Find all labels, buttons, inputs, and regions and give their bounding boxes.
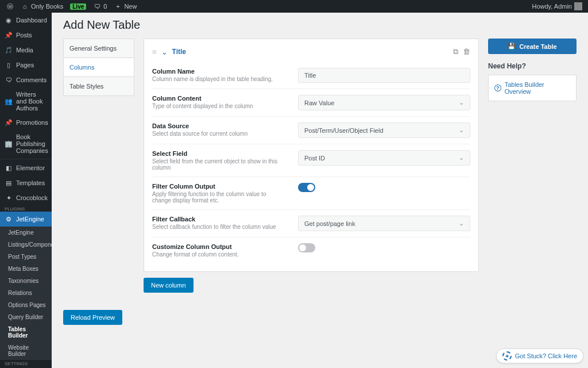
sub-meta-boxes[interactable]: Meta Boxes (0, 263, 52, 275)
plus-icon: + (114, 2, 122, 10)
jetengine-submenu: JetEngine Listings/Components Post Types… (0, 227, 52, 360)
callback-desc: Select callback function to filter the c… (152, 224, 287, 230)
save-icon: 💾 (508, 43, 516, 50)
sub-tables[interactable]: Tables Builder (0, 323, 52, 342)
data-source-label: Data Source (152, 122, 287, 129)
create-table-button[interactable]: 💾Create Table (488, 39, 577, 54)
filter-output-toggle[interactable] (298, 183, 315, 192)
menu-pages[interactable]: ▯Pages (0, 57, 52, 72)
column-name-label: Column Name (152, 68, 287, 75)
sub-post-types[interactable]: Post Types (0, 251, 52, 263)
comments-link[interactable]: 🗨0 (93, 2, 107, 10)
menu-media[interactable]: 🎵Media (0, 43, 52, 57)
wordpress-icon: ⓦ (6, 2, 14, 10)
filter-output-desc: Apply filtering function to the column v… (152, 191, 287, 204)
menu-dashboard[interactable]: ◉Dashboard (0, 13, 52, 28)
got-stuck-button[interactable]: ✦Got Stuck? Click Here (496, 348, 583, 363)
chevron-down-icon: ⌄ (459, 220, 464, 227)
settings-separator: SETTINGS (0, 360, 52, 366)
page-icon: ▯ (5, 61, 13, 69)
settings-nav: General Settings Columns Table Styles (63, 39, 134, 96)
customize-desc: Change format of column content. (152, 251, 287, 258)
sub-jetengine[interactable]: JetEngine (0, 227, 52, 239)
menu-comments[interactable]: 🗨Comments (0, 72, 52, 87)
tab-styles[interactable]: Table Styles (64, 77, 134, 95)
sub-query[interactable]: Query Builder (0, 311, 52, 323)
sub-website[interactable]: Website Builder (0, 342, 52, 360)
need-help-title: Need Help? (488, 62, 577, 70)
chevron-down-icon: ⌄ (459, 99, 464, 106)
sub-options[interactable]: Options Pages (0, 299, 52, 311)
column-content-select[interactable]: Raw Value⌄ (298, 95, 470, 110)
menu-promotions[interactable]: 📌Promotions (0, 115, 52, 130)
data-source-desc: Select data source for current column (152, 131, 287, 137)
menu-jetengine[interactable]: ⚙JetEngine (0, 212, 52, 227)
tab-columns[interactable]: Columns (64, 58, 134, 77)
help-link[interactable]: Tables Builder Overview (505, 81, 570, 95)
users-icon: 👥 (5, 97, 13, 105)
menu-elementor[interactable]: ◧Elementor (0, 160, 52, 175)
reload-preview-button[interactable]: Reload Preview (63, 310, 122, 325)
menu-publishing[interactable]: 🏢Book Publishing Companies (0, 130, 52, 158)
admin-toolbar: ⓦ ⌂Only Books Live 🗨0 +New Howdy, Admin (0, 0, 588, 13)
menu-templates[interactable]: ▤Templates (0, 175, 52, 190)
menu-writers[interactable]: 👥Writers and Book Authors (0, 87, 52, 115)
column-content-label: Column Content (152, 95, 287, 102)
customize-label: Customize Column Output (152, 243, 287, 250)
content-area: Add New Table General Settings Columns T… (52, 13, 588, 368)
select-field-desc: Select field from the current object to … (152, 158, 287, 171)
elementor-icon: ◧ (5, 164, 13, 172)
copy-icon[interactable]: ⧉ (453, 47, 458, 56)
template-icon: ▤ (5, 179, 13, 187)
column-panel: ≡ ⌄ Title ⧉ 🗑 Column Name Column name is… (144, 39, 479, 272)
filter-output-label: Filter Column Output (152, 183, 287, 190)
select-field-label: Select Field (152, 150, 287, 157)
dashboard-icon: ◉ (5, 16, 13, 24)
chevron-down-icon: ⌄ (459, 126, 464, 134)
customize-toggle[interactable] (298, 243, 315, 252)
comment-icon: 🗨 (5, 76, 13, 84)
pin-icon: 📌 (5, 118, 13, 126)
home-icon: ⌂ (21, 2, 29, 10)
callback-select[interactable]: Get post/page link⌄ (298, 216, 470, 231)
chevron-down-icon[interactable]: ⌄ (161, 48, 168, 56)
sub-relations[interactable]: Relations (0, 287, 52, 299)
plugins-separator: PLUGINS (0, 205, 52, 212)
live-badge: Live (70, 3, 86, 10)
lifebuoy-icon: ✦ (502, 351, 512, 361)
sub-taxonomies[interactable]: Taxonomies (0, 275, 52, 287)
drag-icon[interactable]: ≡ (152, 48, 157, 56)
column-name-input[interactable] (298, 68, 470, 83)
page-title: Add New Table (63, 18, 577, 32)
trash-icon[interactable]: 🗑 (463, 47, 470, 56)
site-link[interactable]: ⌂Only Books (21, 2, 63, 10)
data-source-select[interactable]: Post/Term/User/Object Field⌄ (298, 122, 470, 138)
media-icon: 🎵 (5, 46, 13, 54)
croco-icon: ✦ (5, 194, 13, 202)
help-icon: ? (494, 85, 501, 91)
column-name-desc: Column name is displayed in the table he… (152, 76, 287, 82)
menu-crocoblock[interactable]: ✦Crocoblock (0, 190, 52, 205)
menu-posts[interactable]: 📌Posts (0, 28, 52, 43)
new-link[interactable]: +New (114, 2, 137, 10)
help-link-box[interactable]: ?Tables Builder Overview (488, 75, 577, 101)
comment-icon: 🗨 (93, 2, 101, 10)
wp-logo[interactable]: ⓦ (6, 2, 14, 10)
jetengine-icon: ⚙ (5, 215, 13, 223)
new-column-button[interactable]: New column (144, 278, 194, 293)
column-content-desc: Type of content displayed in the column (152, 103, 287, 109)
select-field-select[interactable]: Post ID⌄ (298, 150, 470, 166)
avatar (574, 2, 582, 10)
pin-icon: 📌 (5, 31, 13, 39)
building-icon: 🏢 (5, 140, 13, 148)
chevron-down-icon: ⌄ (459, 154, 464, 162)
column-title[interactable]: Title (172, 48, 186, 56)
callback-label: Filter Callback (152, 216, 287, 223)
admin-sidebar: ◉Dashboard 📌Posts 🎵Media ▯Pages 🗨Comment… (0, 13, 52, 368)
tab-general[interactable]: General Settings (64, 39, 134, 58)
sub-listings[interactable]: Listings/Components (0, 239, 52, 251)
account-link[interactable]: Howdy, Admin (532, 2, 583, 10)
